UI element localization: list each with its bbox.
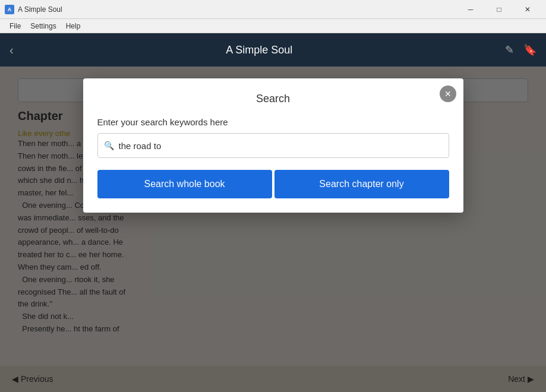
app-icon: A — [5, 5, 14, 14]
search-whole-book-button[interactable]: Search whole book — [97, 170, 272, 198]
modal-overlay: ✕ Search Enter your search keywords here… — [0, 67, 546, 392]
search-chapter-only-button[interactable]: Search chapter only — [274, 170, 449, 198]
search-buttons: Search whole book Search chapter only — [97, 170, 449, 198]
app-header: ‹ A Simple Soul ✎ 🔖 — [0, 33, 546, 67]
window-title: A Simple Soul — [18, 5, 62, 14]
menu-bar: File Settings Help — [0, 19, 546, 33]
main-content: Chapter Like every othe Then her moth...… — [0, 67, 546, 392]
modal-close-button[interactable]: ✕ — [440, 86, 456, 102]
menu-help[interactable]: Help — [61, 21, 86, 31]
bookmark-button[interactable]: 🔖 — [523, 43, 536, 56]
maximize-button[interactable]: □ — [485, 0, 513, 19]
menu-file[interactable]: File — [5, 21, 26, 31]
search-input[interactable] — [119, 141, 443, 151]
title-bar-left: A A Simple Soul — [5, 5, 62, 14]
search-modal: ✕ Search Enter your search keywords here… — [83, 78, 463, 213]
close-button[interactable]: ✕ — [514, 0, 541, 19]
search-input-wrap: 🔍 — [97, 133, 449, 158]
close-icon: ✕ — [444, 89, 452, 99]
title-bar-controls: ─ □ ✕ — [457, 0, 541, 19]
minimize-button[interactable]: ─ — [457, 0, 484, 19]
back-button[interactable]: ‹ — [10, 44, 14, 56]
menu-settings[interactable]: Settings — [26, 21, 61, 31]
title-bar: A A Simple Soul ─ □ ✕ — [0, 0, 546, 19]
modal-title: Search — [97, 93, 449, 105]
search-icon: 🔍 — [104, 141, 114, 150]
search-label: Enter your search keywords here — [97, 117, 449, 127]
header-actions: ✎ 🔖 — [505, 43, 536, 56]
edit-button[interactable]: ✎ — [505, 43, 514, 56]
book-title: A Simple Soul — [226, 44, 292, 56]
